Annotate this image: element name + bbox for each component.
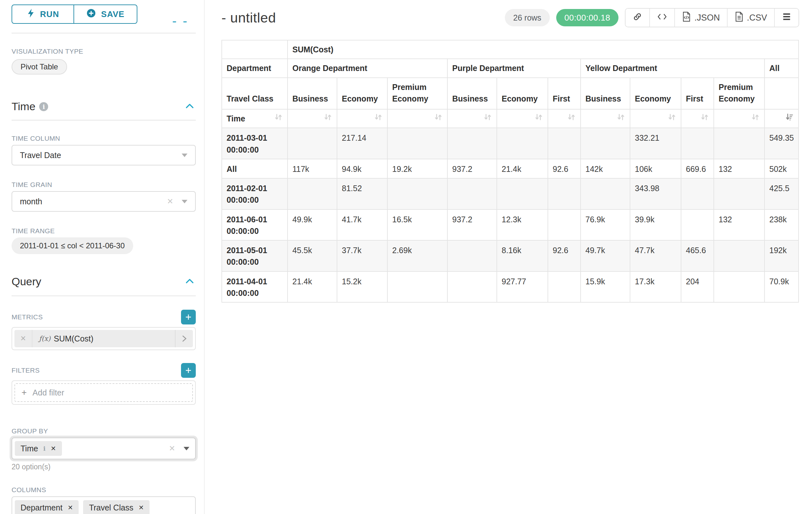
- pivot-column-sort[interactable]: [714, 109, 764, 128]
- pivot-column-sort[interactable]: [288, 109, 337, 128]
- columns-select[interactable]: Department ✕ Travel Class ✕ ✕: [11, 496, 196, 514]
- code-icon: [657, 12, 667, 23]
- pivot-column-sort[interactable]: [447, 109, 497, 128]
- remove-chip-icon[interactable]: ✕: [138, 504, 144, 511]
- pivot-value-cell: 70.9k: [764, 271, 799, 303]
- time-column-select[interactable]: Travel Date: [11, 145, 196, 165]
- sort-icon[interactable]: [751, 113, 760, 124]
- pivot-column-sort[interactable]: [548, 109, 581, 128]
- add-metric-button[interactable]: [181, 310, 196, 324]
- add-filter-dropzone[interactable]: + Add filter: [14, 383, 193, 402]
- panel-topbar: Chart Type RUN SAVE: [11, 0, 196, 33]
- sort-icon[interactable]: [374, 113, 383, 124]
- sort-icon[interactable]: [668, 113, 676, 124]
- remove-metric-icon[interactable]: ✕: [14, 330, 32, 347]
- add-filter-button[interactable]: [181, 363, 196, 378]
- group-by-select[interactable]: Time i ✕ ✕: [11, 437, 196, 459]
- pivot-column-sort[interactable]: [581, 109, 630, 128]
- sort-icon[interactable]: [323, 113, 332, 124]
- pivot-value-cell: 92.6: [548, 159, 581, 178]
- link-icon: [633, 12, 642, 24]
- control-panel: Chart Type RUN SAVE VISUALIZATION TY: [0, 0, 204, 514]
- save-button[interactable]: SAVE: [74, 4, 137, 24]
- columns-chip-department[interactable]: Department ✕: [15, 500, 79, 514]
- pivot-metric-header: SUM(Cost): [288, 40, 799, 59]
- pivot-column-header: Premium Economy: [387, 78, 447, 110]
- remove-chip-icon[interactable]: ✕: [51, 444, 56, 452]
- sort-icon[interactable]: [483, 113, 492, 124]
- chevron-up-icon[interactable]: [185, 104, 194, 110]
- sort-icon[interactable]: [567, 113, 576, 124]
- clear-icon[interactable]: ✕: [169, 444, 175, 452]
- explore-view: Chart Type RUN SAVE VISUALIZATION TY: [0, 0, 812, 514]
- chevron-up-icon[interactable]: [185, 278, 194, 285]
- sort-icon[interactable]: [534, 113, 543, 124]
- pivot-group-header: Purple Department: [447, 59, 581, 77]
- pivot-data-row: 2011-03-01 00:00:00217.14332.21549.35: [222, 128, 799, 159]
- menu-button[interactable]: [775, 9, 799, 27]
- copy-link-button[interactable]: [626, 9, 650, 27]
- pivot-value-cell: 41.7k: [337, 210, 387, 241]
- pivot-row-dimension-label: Travel Class: [222, 78, 288, 110]
- json-file-icon: [682, 11, 691, 24]
- chevron-right-icon[interactable]: [175, 330, 193, 347]
- pivot-value-cell: 45.5k: [288, 240, 337, 271]
- pivot-corner-cell: [222, 40, 288, 59]
- sort-icon[interactable]: [434, 113, 443, 124]
- pivot-row-header: 2011-06-01 00:00:00: [222, 210, 288, 241]
- query-timer-badge: 00:00:00.18: [556, 9, 619, 26]
- group-by-chip-time[interactable]: Time i ✕: [15, 441, 62, 456]
- pivot-value-cell: 192k: [764, 240, 799, 271]
- pivot-value-cell: [387, 128, 447, 159]
- pivot-column-sort[interactable]: [387, 109, 447, 128]
- pivot-value-cell: 16.5k: [387, 210, 447, 241]
- remove-chip-icon[interactable]: ✕: [68, 504, 73, 511]
- pivot-column-sort[interactable]: [681, 109, 714, 128]
- export-csv-button[interactable]: .CSV: [728, 9, 775, 27]
- run-save-button-group: RUN SAVE: [11, 4, 137, 26]
- time-column-label: TIME COLUMN: [11, 135, 196, 142]
- sort-icon[interactable]: [700, 113, 709, 124]
- pivot-value-cell: [581, 178, 630, 210]
- pivot-value-cell: 49.9k: [288, 210, 337, 241]
- metric-chip[interactable]: ✕ ƒ(x) SUM(Cost): [14, 330, 193, 347]
- clear-icon[interactable]: ✕: [167, 197, 173, 205]
- pivot-row-axis-sort[interactable]: Time: [222, 109, 288, 128]
- pivot-value-cell: 2.69k: [387, 240, 447, 271]
- pivot-value-cell: 81.52: [337, 178, 387, 210]
- export-json-button[interactable]: .JSON: [675, 9, 728, 27]
- chart-type-collapse-icon[interactable]: [173, 21, 187, 23]
- pivot-row-header: 2011-04-01 00:00:00: [222, 271, 288, 303]
- group-by-options-hint: 20 option(s): [11, 463, 196, 471]
- pivot-row-header: All: [222, 159, 288, 178]
- pivot-column-sort[interactable]: [764, 109, 799, 128]
- pivot-value-cell: 937.2: [447, 210, 497, 241]
- chevron-down-icon: [182, 200, 187, 204]
- pivot-value-cell: 15.9k: [581, 271, 630, 303]
- pivot-column-sort[interactable]: [497, 109, 548, 128]
- time-range-label: TIME RANGE: [11, 227, 196, 235]
- pivot-row-header: 2011-02-01 00:00:00: [222, 178, 288, 210]
- sort-icon[interactable]: [274, 113, 283, 124]
- pivot-group-header: All: [764, 59, 799, 77]
- pivot-data-row: All117k94.9k19.2k937.221.4k92.6142k106k6…: [222, 159, 799, 178]
- pivot-column-sort[interactable]: [337, 109, 387, 128]
- sort-icon[interactable]: [616, 113, 625, 124]
- pivot-data-row: 2011-06-01 00:00:0049.9k41.7k16.5k937.21…: [222, 210, 799, 241]
- pivot-value-cell: [447, 178, 497, 210]
- pivot-column-header: Business: [288, 78, 337, 110]
- csv-file-icon: [735, 11, 744, 24]
- time-grain-select[interactable]: month ✕: [11, 191, 196, 212]
- time-range-pill[interactable]: 2011-01-01 ≤ col < 2011-06-30: [11, 237, 133, 254]
- view-query-button[interactable]: [650, 9, 675, 27]
- pivot-value-cell: 17.3k: [630, 271, 681, 303]
- pivot-value-cell: 47.7k: [630, 240, 681, 271]
- pivot-value-cell: [387, 271, 447, 303]
- pivot-row-header: 2011-05-01 00:00:00: [222, 240, 288, 271]
- pivot-column-sort[interactable]: [630, 109, 681, 128]
- run-button[interactable]: RUN: [11, 4, 74, 24]
- columns-chip-travel-class[interactable]: Travel Class ✕: [83, 500, 150, 514]
- sort-descending-icon[interactable]: [785, 113, 794, 124]
- visualization-type-pill[interactable]: Pivot Table: [11, 59, 67, 75]
- pivot-value-cell: 15.2k: [337, 271, 387, 303]
